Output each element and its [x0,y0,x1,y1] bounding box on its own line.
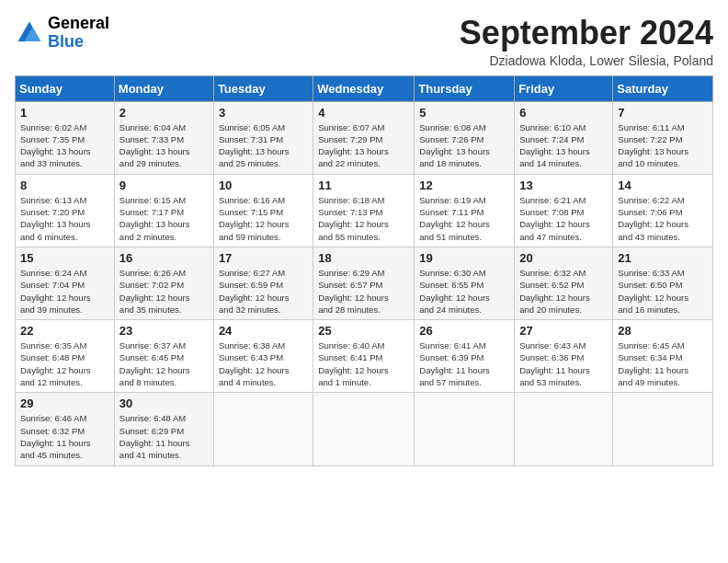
calendar-cell: 13Sunrise: 6:21 AM Sunset: 7:08 PM Dayli… [515,174,613,247]
calendar-cell: 4Sunrise: 6:07 AM Sunset: 7:29 PM Daylig… [313,101,415,174]
calendar-cell: 5Sunrise: 6:08 AM Sunset: 7:26 PM Daylig… [415,101,515,174]
weekday-header-saturday: Saturday [613,75,713,101]
day-number: 22 [20,324,109,338]
day-number: 17 [219,251,308,265]
day-number: 13 [519,178,608,192]
day-number: 21 [618,251,708,265]
month-title: September 2024 [460,15,713,52]
day-info: Sunrise: 6:41 AM Sunset: 6:39 PM Dayligh… [419,339,509,388]
day-number: 18 [318,251,409,265]
calendar-cell: 3Sunrise: 6:05 AM Sunset: 7:31 PM Daylig… [213,101,313,174]
calendar-cell [313,393,415,465]
day-number: 8 [20,178,109,192]
day-info: Sunrise: 6:46 AM Sunset: 6:32 PM Dayligh… [20,412,109,461]
calendar-cell: 21Sunrise: 6:33 AM Sunset: 6:50 PM Dayli… [613,247,713,319]
calendar-cell: 9Sunrise: 6:15 AM Sunset: 7:17 PM Daylig… [114,174,213,247]
calendar-cell: 10Sunrise: 6:16 AM Sunset: 7:15 PM Dayli… [213,174,313,247]
calendar-cell: 22Sunrise: 6:35 AM Sunset: 6:48 PM Dayli… [16,320,115,393]
logo-icon [15,18,44,48]
day-number: 12 [419,178,509,192]
weekday-header-sunday: Sunday [16,75,115,101]
calendar-cell: 30Sunrise: 6:48 AM Sunset: 6:29 PM Dayli… [114,393,213,465]
day-info: Sunrise: 6:38 AM Sunset: 6:43 PM Dayligh… [219,339,308,388]
day-number: 23 [119,324,209,338]
calendar-week-row: 29Sunrise: 6:46 AM Sunset: 6:32 PM Dayli… [16,393,713,465]
calendar-cell: 2Sunrise: 6:04 AM Sunset: 7:33 PM Daylig… [114,101,213,174]
day-info: Sunrise: 6:21 AM Sunset: 7:08 PM Dayligh… [519,194,608,243]
calendar-cell: 23Sunrise: 6:37 AM Sunset: 6:45 PM Dayli… [114,320,213,393]
calendar-week-row: 22Sunrise: 6:35 AM Sunset: 6:48 PM Dayli… [16,320,713,393]
calendar-cell: 6Sunrise: 6:10 AM Sunset: 7:24 PM Daylig… [515,101,613,174]
day-number: 25 [318,324,409,338]
day-info: Sunrise: 6:40 AM Sunset: 6:41 PM Dayligh… [318,339,409,388]
day-info: Sunrise: 6:07 AM Sunset: 7:29 PM Dayligh… [318,121,409,170]
calendar-cell: 17Sunrise: 6:27 AM Sunset: 6:59 PM Dayli… [213,247,313,319]
calendar-cell: 25Sunrise: 6:40 AM Sunset: 6:41 PM Dayli… [313,320,415,393]
day-info: Sunrise: 6:30 AM Sunset: 6:55 PM Dayligh… [419,267,509,316]
day-info: Sunrise: 6:22 AM Sunset: 7:06 PM Dayligh… [618,194,708,243]
day-number: 28 [618,324,708,338]
day-number: 4 [318,106,409,120]
weekday-header-friday: Friday [515,75,613,101]
day-info: Sunrise: 6:08 AM Sunset: 7:26 PM Dayligh… [419,121,509,170]
day-info: Sunrise: 6:48 AM Sunset: 6:29 PM Dayligh… [119,412,209,461]
logo: General Blue [15,15,109,52]
day-info: Sunrise: 6:11 AM Sunset: 7:22 PM Dayligh… [618,121,708,170]
day-info: Sunrise: 6:24 AM Sunset: 7:04 PM Dayligh… [20,267,109,316]
day-number: 10 [219,178,308,192]
page-header: General Blue September 2024 Dziadowa Klo… [15,15,713,68]
day-number: 3 [219,106,308,120]
calendar-cell: 12Sunrise: 6:19 AM Sunset: 7:11 PM Dayli… [415,174,515,247]
calendar-cell: 29Sunrise: 6:46 AM Sunset: 6:32 PM Dayli… [16,393,115,465]
day-info: Sunrise: 6:05 AM Sunset: 7:31 PM Dayligh… [219,121,308,170]
calendar-cell: 14Sunrise: 6:22 AM Sunset: 7:06 PM Dayli… [613,174,713,247]
calendar-cell [613,393,713,465]
weekday-header-tuesday: Tuesday [213,75,313,101]
day-number: 15 [20,251,109,265]
day-number: 7 [618,106,708,120]
day-number: 30 [119,396,209,410]
calendar-cell: 24Sunrise: 6:38 AM Sunset: 6:43 PM Dayli… [213,320,313,393]
day-info: Sunrise: 6:19 AM Sunset: 7:11 PM Dayligh… [419,194,509,243]
day-info: Sunrise: 6:45 AM Sunset: 6:34 PM Dayligh… [618,339,708,388]
title-block: September 2024 Dziadowa Kloda, Lower Sil… [460,15,713,68]
day-info: Sunrise: 6:18 AM Sunset: 7:13 PM Dayligh… [318,194,409,243]
day-info: Sunrise: 6:04 AM Sunset: 7:33 PM Dayligh… [119,121,209,170]
weekday-header-row: SundayMondayTuesdayWednesdayThursdayFrid… [16,75,713,101]
day-info: Sunrise: 6:27 AM Sunset: 6:59 PM Dayligh… [219,267,308,316]
day-info: Sunrise: 6:33 AM Sunset: 6:50 PM Dayligh… [618,267,708,316]
location: Dziadowa Kloda, Lower Silesia, Poland [460,53,713,68]
day-number: 1 [20,106,109,120]
day-info: Sunrise: 6:02 AM Sunset: 7:35 PM Dayligh… [20,121,109,170]
day-number: 14 [618,178,708,192]
calendar-cell: 16Sunrise: 6:26 AM Sunset: 7:02 PM Dayli… [114,247,213,319]
day-info: Sunrise: 6:16 AM Sunset: 7:15 PM Dayligh… [219,194,308,243]
calendar-cell: 20Sunrise: 6:32 AM Sunset: 6:52 PM Dayli… [515,247,613,319]
calendar-cell: 15Sunrise: 6:24 AM Sunset: 7:04 PM Dayli… [16,247,115,319]
day-info: Sunrise: 6:32 AM Sunset: 6:52 PM Dayligh… [519,267,608,316]
day-info: Sunrise: 6:29 AM Sunset: 6:57 PM Dayligh… [318,267,409,316]
day-info: Sunrise: 6:37 AM Sunset: 6:45 PM Dayligh… [119,339,209,388]
day-number: 5 [419,106,509,120]
day-info: Sunrise: 6:10 AM Sunset: 7:24 PM Dayligh… [519,121,608,170]
calendar-cell: 7Sunrise: 6:11 AM Sunset: 7:22 PM Daylig… [613,101,713,174]
day-info: Sunrise: 6:43 AM Sunset: 6:36 PM Dayligh… [519,339,608,388]
logo-text: General Blue [48,15,109,52]
calendar-cell: 18Sunrise: 6:29 AM Sunset: 6:57 PM Dayli… [313,247,415,319]
weekday-header-thursday: Thursday [415,75,515,101]
calendar-week-row: 8Sunrise: 6:13 AM Sunset: 7:20 PM Daylig… [16,174,713,247]
day-number: 16 [119,251,209,265]
calendar-cell: 8Sunrise: 6:13 AM Sunset: 7:20 PM Daylig… [16,174,115,247]
calendar-cell: 11Sunrise: 6:18 AM Sunset: 7:13 PM Dayli… [313,174,415,247]
weekday-header-monday: Monday [114,75,213,101]
day-number: 20 [519,251,608,265]
calendar-cell [515,393,613,465]
calendar-cell: 19Sunrise: 6:30 AM Sunset: 6:55 PM Dayli… [415,247,515,319]
calendar-cell: 28Sunrise: 6:45 AM Sunset: 6:34 PM Dayli… [613,320,713,393]
day-number: 26 [419,324,509,338]
day-number: 29 [20,396,109,410]
calendar-cell [213,393,313,465]
day-number: 9 [119,178,209,192]
weekday-header-wednesday: Wednesday [313,75,415,101]
day-info: Sunrise: 6:13 AM Sunset: 7:20 PM Dayligh… [20,194,109,243]
